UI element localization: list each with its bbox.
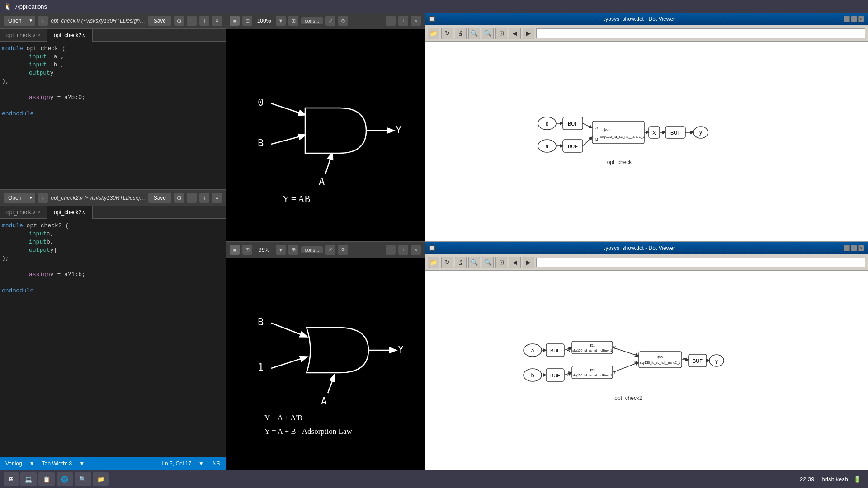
dot-minimize-top[interactable]: _ (844, 16, 850, 22)
minimize-top[interactable]: − (187, 16, 197, 26)
tab-width-selector[interactable]: Tab Width: 8 (42, 460, 72, 467)
dot-restore-top[interactable]: □ (851, 16, 857, 22)
dot-right-top[interactable]: ▶ (523, 28, 534, 39)
menubar-app-item[interactable]: 🐧 Applications (4, 2, 47, 11)
fullscreen-top[interactable]: ⤢ (326, 16, 335, 26)
taskbar-folder[interactable]: 📁 (93, 472, 109, 486)
win-controls-top: _ □ × (844, 16, 864, 22)
editor-top-content: module opt_check ( input a , input b , o… (0, 42, 226, 189)
editor-bottom-tabs: opt_check.v × opt_check2.v (0, 206, 226, 219)
dot-title-bottom: .yosys_show.dot - Dot Viewer (437, 245, 842, 251)
close-img-bottom[interactable]: × (411, 245, 421, 255)
dot-refresh-bottom[interactable]: ↻ (441, 257, 453, 268)
dot-right-bottom[interactable]: ▶ (523, 257, 534, 268)
add-tab-icon-top[interactable] (93, 29, 104, 42)
dot-restore-bottom[interactable]: □ (851, 245, 857, 251)
dot-minimize-bottom[interactable]: _ (844, 245, 850, 251)
svg-text:B: B (258, 137, 264, 149)
editor-top-tabs: opt_check.v × opt_check2.v (0, 29, 226, 42)
dot-content-top: b a BUF BUF A B (425, 42, 868, 241)
close-top[interactable]: × (212, 16, 222, 26)
close-bottom[interactable]: × (212, 193, 222, 203)
img-fit-bottom[interactable]: ⊡ (242, 245, 252, 255)
dot-close-top[interactable]: × (858, 16, 864, 22)
maximize-img-top[interactable]: + (398, 16, 408, 26)
settings-img-top[interactable]: ⚙ (338, 16, 348, 26)
tab-opt-check2-bottom[interactable]: opt_check2.v (47, 206, 93, 219)
dot-refresh-top[interactable]: ↻ (441, 28, 453, 39)
svg-rect-72 (639, 352, 682, 368)
dot-zoom-out-top[interactable]: 🔍 (468, 28, 480, 39)
dot-print-bottom[interactable]: 🖨 (455, 257, 467, 268)
dot-zoom-in-bottom[interactable]: 🔍 (482, 257, 494, 268)
open-dropdown-bottom[interactable]: ▼ (26, 193, 35, 203)
taskbar-files[interactable]: 🖥 (4, 472, 19, 486)
language-selector[interactable]: Verilog (5, 460, 22, 467)
add-tab-top[interactable]: + (38, 16, 48, 26)
fullscreen-bottom[interactable]: ⤢ (326, 245, 335, 255)
close-img-top[interactable]: × (411, 16, 421, 26)
maximize-bottom[interactable]: + (199, 193, 209, 203)
tab-opt-check-bottom[interactable]: opt_check.v × (0, 206, 47, 219)
save-button-top[interactable]: Save (148, 16, 171, 26)
dot-search-top[interactable] (536, 28, 865, 38)
tab-opt-check-top[interactable]: opt_check.v × (0, 29, 47, 42)
taskbar-terminal[interactable]: 💻 (20, 472, 37, 486)
search-icon: 🔍 (79, 476, 86, 483)
taskbar-network[interactable]: 🌐 (57, 472, 73, 486)
img-fit-top[interactable]: ⊡ (242, 16, 252, 26)
tab-close-bottom1[interactable]: × (38, 210, 41, 215)
save-button-bottom[interactable]: Save (148, 193, 171, 203)
svg-line-75 (613, 347, 639, 356)
dot-fit-top[interactable]: ⊡ (495, 28, 507, 39)
dot-folder-top[interactable]: 📁 (428, 28, 439, 39)
settings-top[interactable]: ⚙ (174, 16, 184, 26)
settings-img-bottom[interactable]: ⚙ (338, 245, 348, 255)
dot-search-bottom[interactable] (536, 258, 865, 267)
taskbar-battery: 🔋 (850, 476, 864, 483)
svg-text:sky130_fd_sc_hd__nand2_1: sky130_fd_sc_hd__nand2_1 (640, 361, 680, 365)
taskbar-search[interactable]: 🔍 (75, 472, 91, 486)
svg-text:Y = AB: Y = AB (283, 194, 311, 204)
dot-zoom-out-bottom[interactable]: 🔍 (468, 257, 480, 268)
tab-opt-check2-top[interactable]: opt_check2.v (47, 29, 93, 42)
image-pane-top: ■ ⊡ 100% ▼ ⊞ cons... ⤢ ⚙ − + × 0 (226, 13, 425, 242)
open-button-top[interactable]: Open (4, 16, 26, 26)
open-button-bottom[interactable]: Open (4, 193, 26, 203)
maximize-img-bottom[interactable]: + (398, 245, 408, 255)
cons-btn-bottom[interactable]: cons... (301, 246, 323, 253)
add-tab-icon-bottom[interactable] (93, 206, 104, 219)
dot-fit-bottom[interactable]: ⊡ (495, 257, 507, 268)
taskbar-apps[interactable]: 📋 (38, 472, 55, 486)
zoom-out-top[interactable]: ▼ (276, 16, 286, 26)
dot-close-bottom[interactable]: × (858, 245, 864, 251)
dot-folder-bottom[interactable]: 📁 (428, 257, 439, 268)
add-tab-bottom[interactable]: + (38, 193, 48, 203)
cursor-position[interactable]: Ln 5, Col 17 (162, 460, 191, 467)
minimize-bottom[interactable]: − (187, 193, 197, 203)
zoom-out-bottom[interactable]: ▼ (276, 245, 286, 255)
tab-close-top1[interactable]: × (38, 33, 41, 38)
open-btn-group-bottom: Open ▼ (4, 193, 35, 203)
circuit-diagram-top: 0 B A Y Y = (240, 63, 411, 207)
settings-bottom[interactable]: ⚙ (174, 193, 184, 203)
app-label: Applications (15, 3, 47, 10)
svg-text:BUF: BUF (670, 130, 680, 136)
img-stop-top[interactable]: ■ (230, 16, 240, 26)
minimize-img-bottom[interactable]: − (386, 245, 396, 255)
dot-zoom-in-top[interactable]: 🔍 (482, 28, 494, 39)
dot-title-icon-b: 🔲 (429, 245, 435, 251)
taskbar-clock: 22:39 (794, 476, 820, 483)
zoom-fit-top[interactable]: ⊞ (288, 16, 298, 26)
dot-titlebar-top: 🔲 .yosys_show.dot - Dot Viewer _ □ × (425, 13, 868, 25)
maximize-top[interactable]: + (199, 16, 209, 26)
dot-left-top[interactable]: ◀ (509, 28, 521, 39)
dot-print-top[interactable]: 🖨 (455, 28, 467, 39)
zoom-fit-bottom[interactable]: ⊞ (288, 245, 298, 255)
dot-left-bottom[interactable]: ◀ (509, 257, 521, 268)
cons-btn-top[interactable]: cons... (301, 17, 323, 24)
minimize-img-top[interactable]: − (386, 16, 396, 26)
img-stop-bottom[interactable]: ■ (230, 245, 240, 255)
open-dropdown-top[interactable]: ▼ (26, 16, 35, 26)
svg-text:A: A (319, 176, 325, 187)
